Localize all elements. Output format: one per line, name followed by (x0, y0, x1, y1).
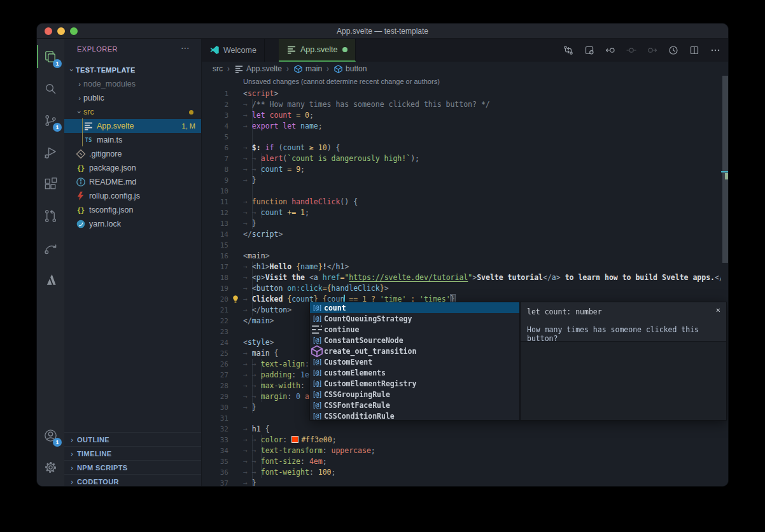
code-line-12[interactable]: → → count += 1; (243, 207, 309, 218)
code-line-26[interactable]: → → text-align: (243, 359, 314, 370)
code-line-16[interactable]: <main> (243, 251, 270, 262)
explorer-item-gitignore[interactable]: .gitignore (64, 147, 201, 161)
code-line-37[interactable]: → } (243, 478, 256, 487)
explorer-item-src[interactable]: ›src (64, 105, 201, 119)
code-line-1[interactable]: <script> (243, 88, 278, 99)
code-line-8[interactable]: → → count = 9; (243, 164, 305, 175)
code-line-14[interactable]: </script> (243, 229, 283, 240)
code-line-19[interactable]: → <button on:click={handleClick}> (243, 283, 389, 294)
explorer-item-public[interactable]: ›public (64, 91, 201, 105)
suggest-item-customevent[interactable]: [@]CustomEvent (310, 356, 519, 367)
explorer-item-app-svelte[interactable]: App.svelte1, M (64, 119, 201, 133)
section-header-outline[interactable]: ›OUTLINE (64, 432, 201, 447)
suggest-item-continue[interactable]: continue (310, 324, 519, 335)
code-line-27[interactable]: → → padding: 1em (243, 370, 314, 381)
suggest-item-create-out-transition[interactable]: create_out_transition (310, 346, 519, 356)
close-icon[interactable]: ✕ (716, 305, 720, 314)
code-line-2[interactable]: → /** How many times has someone clicked… (243, 99, 490, 110)
explorer-item-readme-md[interactable]: README.md (64, 175, 201, 189)
line-number[interactable]: 9 (202, 175, 228, 186)
lightbulb-icon[interactable] (231, 295, 240, 304)
line-number[interactable]: 12 (202, 207, 228, 218)
code-line-22[interactable]: </main> (243, 316, 274, 326)
line-number[interactable]: 36 (202, 467, 228, 478)
breadcrumb-item-app-svelte[interactable]: App.svelte (234, 64, 282, 74)
code-line-36[interactable]: → → font-weight: 100; (243, 467, 335, 478)
line-number[interactable]: 16 (202, 251, 228, 262)
search-icon[interactable] (37, 76, 64, 101)
line-number[interactable]: 22 (202, 316, 228, 326)
code-line-24[interactable]: <style> (243, 337, 274, 348)
line-number[interactable]: 29 (202, 391, 228, 402)
line-number[interactable]: 35 (202, 456, 228, 467)
explorer-item-test-template[interactable]: ›TEST-TEMPLATE (64, 63, 201, 77)
line-number[interactable]: 30 (202, 402, 228, 413)
more-actions-icon[interactable] (710, 45, 720, 55)
tab-welcome[interactable]: Welcome (202, 39, 265, 62)
code-line-29[interactable]: → → margin: 0 au (243, 391, 314, 402)
line-number[interactable]: 18 (202, 272, 228, 283)
suggest-item-cssfontfacerule[interactable]: [@]CSSFontFaceRule (310, 400, 519, 410)
suggest-item-count[interactable]: [@]count (310, 302, 519, 313)
code-line-30[interactable]: → } (243, 402, 256, 413)
azure-icon[interactable] (37, 267, 64, 292)
breadcrumb-item-main[interactable]: main (293, 64, 322, 74)
next-change-icon[interactable] (647, 45, 657, 55)
line-number[interactable]: 11 (202, 197, 228, 207)
explorer-item-tsconfig-json[interactable]: {}tsconfig.json (64, 203, 201, 217)
line-number[interactable]: 14 (202, 229, 228, 240)
code-line-34[interactable]: → → text-transform: uppercase; (243, 445, 375, 456)
code-line-25[interactable]: → main { (243, 348, 278, 359)
line-number[interactable]: 37 (202, 478, 228, 487)
account-icon[interactable]: 1 (37, 423, 64, 448)
line-number[interactable]: 7 (202, 153, 228, 164)
code-line-28[interactable]: → → max-width: 2 (243, 381, 314, 391)
breadcrumb-item-button[interactable]: button (333, 64, 367, 74)
suggest-item-customelementregistry[interactable]: [@]CustomElementRegistry (310, 378, 519, 389)
pull-requests-icon[interactable] (37, 203, 64, 228)
line-number[interactable]: 32 (202, 424, 228, 435)
line-number[interactable]: 27 (202, 370, 228, 381)
settings-gear-icon[interactable] (37, 454, 64, 480)
code-line-32[interactable]: → h1 { (243, 424, 270, 435)
line-number[interactable]: 3 (202, 110, 228, 121)
line-number[interactable]: 8 (202, 164, 228, 175)
code-line-21[interactable]: → </button> (243, 305, 291, 316)
line-number[interactable]: 34 (202, 445, 228, 456)
code-line-13[interactable]: → } (243, 218, 256, 229)
navigate-back-icon[interactable] (605, 45, 615, 55)
code-editor[interactable]: Unsaved changes (cannot determine recent… (202, 76, 729, 487)
code-line-7[interactable]: → → alert(`count is dangerously high!`); (243, 153, 419, 164)
code-line-17[interactable]: → <h1>Hello {name}!</h1> (243, 262, 349, 272)
tab-app-svelte[interactable]: App.svelte (279, 39, 356, 62)
suggest-item-constantsourcenode[interactable]: [@]ConstantSourceNode (310, 335, 519, 346)
open-changes-icon[interactable] (584, 45, 594, 55)
explorer-item-main-ts[interactable]: TSmain.ts (64, 133, 201, 147)
line-number[interactable]: 17 (202, 262, 228, 272)
code-line-35[interactable]: → → font-size: 4em; (243, 456, 327, 467)
scrollbar-thumb[interactable] (722, 76, 729, 263)
explorer-item-rollup-config-js[interactable]: rollup.config.js (64, 189, 201, 203)
line-number[interactable]: 33 (202, 435, 228, 445)
code-line-3[interactable]: → let count = 0; (243, 110, 314, 121)
line-number[interactable]: 24 (202, 337, 228, 348)
suggest-item-customelements[interactable]: [@]customElements (310, 367, 519, 378)
code-line-9[interactable]: → } (243, 175, 256, 186)
breadcrumb-item-src[interactable]: src (213, 64, 223, 73)
line-number[interactable]: 31 (202, 413, 228, 424)
source-control-icon[interactable]: 1 (37, 108, 64, 133)
run-debug-icon[interactable] (37, 139, 64, 165)
section-header-codetour[interactable]: ›CODETOUR (64, 474, 201, 487)
line-number[interactable]: 23 (202, 326, 228, 337)
live-share-icon[interactable] (37, 235, 64, 260)
line-number[interactable]: 10 (202, 186, 228, 197)
line-number[interactable]: 25 (202, 348, 228, 359)
scrollbar[interactable] (721, 76, 729, 487)
explorer-icon[interactable]: 1 (37, 44, 64, 69)
suggest-item-cssgroupingrule[interactable]: [@]CSSGroupingRule (310, 389, 519, 400)
line-number[interactable]: 28 (202, 381, 228, 391)
titlebar[interactable]: App.svelte — test-template (37, 24, 728, 39)
split-editor-icon[interactable] (689, 45, 699, 55)
suggest-item-countqueuingstrategy[interactable]: [@]CountQueuingStrategy (310, 313, 519, 324)
code-line-6[interactable]: → $: if (count ≥ 10) { (243, 143, 340, 153)
